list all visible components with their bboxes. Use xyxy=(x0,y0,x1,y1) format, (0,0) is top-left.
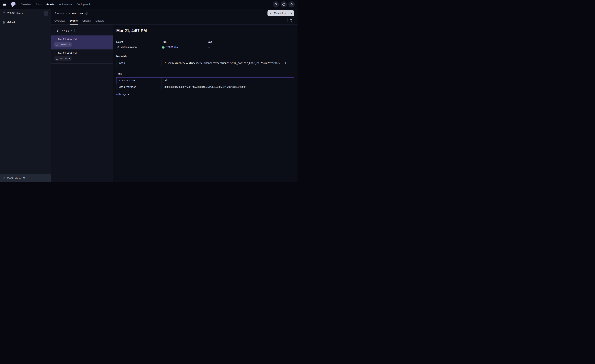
tags-table: code_version v1 data_version 3bfc269594e… xyxy=(116,77,294,90)
asset-tabs: Overview Events Checks Lineage xyxy=(51,18,298,25)
refresh-button[interactable] xyxy=(288,17,294,23)
tag-key: code_version xyxy=(116,77,162,84)
metadata-heading: Metadata xyxy=(116,55,294,58)
materialization-sparkle-icon xyxy=(54,38,57,41)
help-icon xyxy=(282,3,285,6)
run-id-chip[interactable]: 2fd32b85 xyxy=(54,56,72,61)
hide-tags-label: Hide tags xyxy=(116,93,126,96)
copy-path-icon[interactable] xyxy=(283,62,286,64)
run-status-icon xyxy=(56,43,58,46)
caret-down-icon xyxy=(290,13,292,14)
metadata-action-cell xyxy=(289,60,294,66)
run-success-icon xyxy=(162,46,165,49)
filter-icon xyxy=(57,29,59,32)
metadata-key: path xyxy=(116,60,162,66)
caret-up-icon xyxy=(128,94,129,95)
chevron-down-icon xyxy=(70,30,72,32)
event-detail-title: Mar 21, 4:57 PM xyxy=(116,28,294,33)
event-timestamp: Mar 21, 4:54 PM xyxy=(58,52,77,55)
top-nav-bar: Overview Runs Assets Automation Deployme… xyxy=(0,0,298,9)
materialize-button[interactable]: Materialize xyxy=(268,10,288,16)
folder-icon xyxy=(2,12,6,15)
materialize-sparkle-icon xyxy=(270,12,273,15)
page-title: a_number xyxy=(69,11,83,15)
type-filter-label: Type (2) xyxy=(60,29,69,32)
tag-row-data-version: data_version 3bfc269594ef649228e9a74bab0… xyxy=(116,84,294,90)
help-button[interactable] xyxy=(281,1,287,7)
run-status-icon xyxy=(56,57,58,60)
tag-key: data_version xyxy=(116,84,162,90)
footer-label: 250321-dvers xyxy=(7,177,21,180)
dagster-logo-icon[interactable] xyxy=(10,1,17,8)
hide-tags-link[interactable]: Hide tags xyxy=(116,93,129,96)
sidebar-item-label: default xyxy=(7,21,15,24)
job-column-label: Job xyxy=(208,41,294,43)
asset-groups-sidebar: 250321-dvers 1 default xyxy=(0,9,51,182)
run-id: 788005fa xyxy=(59,43,70,46)
primary-nav: Overview Runs Assets Automation Deployme… xyxy=(21,3,90,6)
materialization-sparkle-icon xyxy=(54,52,57,55)
tag-value: 3bfc269594ef649228e9a74bab00f042efc91d5a… xyxy=(164,86,246,88)
tags-heading: Tags xyxy=(116,72,294,75)
hamburger-menu-icon[interactable] xyxy=(3,1,9,7)
tab-lineage[interactable]: Lineage xyxy=(96,19,104,25)
run-column-label: Run xyxy=(162,41,208,43)
reload-location-icon[interactable] xyxy=(23,177,25,179)
metadata-row-path: path /Users/smackesey/stm/code/elementl/… xyxy=(116,60,294,66)
sidebar-item-code-location[interactable]: 250321-dvers 1 xyxy=(0,9,51,18)
materialization-sparkle-icon xyxy=(116,46,119,49)
breadcrumb-separator: › xyxy=(66,12,67,15)
metadata-table: path /Users/smackesey/stm/code/elementl/… xyxy=(116,60,294,66)
nav-item-deployment[interactable]: Deployment xyxy=(77,3,90,6)
tag-row-code-version: code_version v1 xyxy=(116,77,294,84)
gear-icon xyxy=(290,3,293,6)
sidebar-footer-code-location[interactable]: 250321-dvers xyxy=(0,174,51,182)
tab-overview[interactable]: Overview xyxy=(54,19,65,25)
event-list-panel: Type (2) xyxy=(51,25,113,182)
nav-item-assets[interactable]: Assets xyxy=(46,3,54,6)
breadcrumb-assets-link[interactable]: Assets xyxy=(54,12,64,15)
run-id-link[interactable]: 788005fa xyxy=(166,46,178,49)
folder-icon xyxy=(2,176,5,180)
run-id-chip[interactable]: 788005fa xyxy=(54,42,72,47)
search-button[interactable] xyxy=(273,1,279,7)
search-icon xyxy=(275,3,277,6)
run-id: 2fd32b85 xyxy=(59,57,70,60)
asset-count-badge: 1 xyxy=(44,11,48,16)
materialize-dropdown-button[interactable] xyxy=(288,10,294,16)
settings-button[interactable] xyxy=(288,1,295,7)
job-value: — xyxy=(208,46,210,49)
event-list-item[interactable]: Mar 21, 4:57 PM 788005fa xyxy=(51,35,113,49)
sidebar-item-default-group[interactable]: default xyxy=(0,18,51,27)
refresh-icon xyxy=(289,19,292,22)
event-type: Materialization xyxy=(120,46,137,49)
event-list-item[interactable]: Mar 21, 4:54 PM 2fd32b85 xyxy=(51,49,113,63)
nav-item-runs[interactable]: Runs xyxy=(36,3,42,6)
type-filter-button[interactable]: Type (2) xyxy=(54,28,75,34)
nav-item-automation[interactable]: Automation xyxy=(59,3,72,6)
event-detail-panel: Mar 21, 4:57 PM Event xyxy=(113,25,298,182)
metadata-path-link[interactable]: /Users/smackesey/stm/code/elementl/exper… xyxy=(164,62,281,64)
tab-checks[interactable]: Checks xyxy=(82,19,91,25)
materialize-split-button: Materialize xyxy=(268,10,294,16)
copy-asset-name-icon[interactable] xyxy=(85,12,88,15)
sidebar-item-label: 250321-dvers xyxy=(7,12,23,15)
page-header: Assets › a_number Materialize xyxy=(51,9,298,18)
event-timestamp: Mar 21, 4:57 PM xyxy=(58,38,77,41)
materialize-label: Materialize xyxy=(274,12,286,15)
tab-events[interactable]: Events xyxy=(70,19,78,25)
asset-group-icon xyxy=(2,21,6,24)
event-column-label: Event xyxy=(116,41,162,43)
tag-value: v1 xyxy=(164,79,167,82)
nav-item-overview[interactable]: Overview xyxy=(21,3,31,6)
